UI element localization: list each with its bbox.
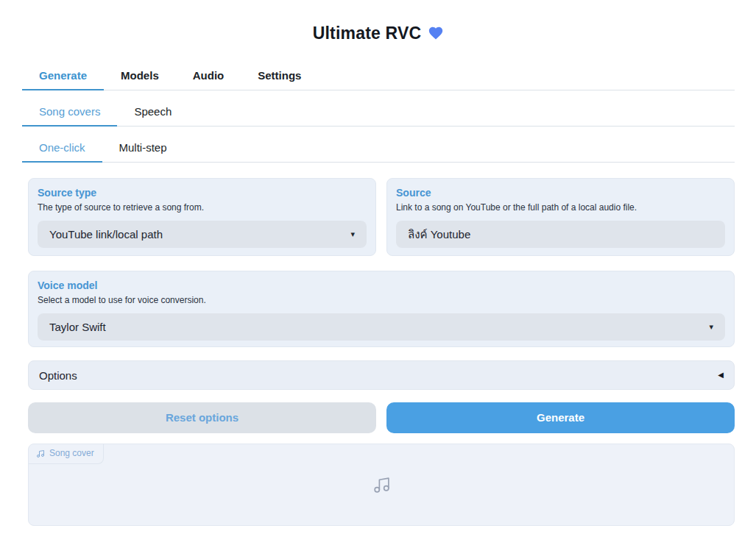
source-row: Source type The type of source to retrie… (28, 178, 735, 256)
source-label: Source (396, 186, 725, 199)
action-buttons-row: Reset options Generate (28, 402, 735, 433)
accordion-collapsed-icon: ◀ (718, 371, 724, 379)
source-type-description: The type of source to retrieve a song fr… (38, 202, 367, 213)
main-tab-bar: Generate Models Audio Settings (22, 66, 735, 90)
voice-model-description: Select a model to use for voice conversi… (38, 295, 725, 306)
tab-song-covers[interactable]: Song covers (22, 102, 117, 127)
tab-settings[interactable]: Settings (241, 66, 318, 90)
app-page: Ultimate RVC Generate Models Audio Setti… (0, 0, 756, 534)
song-covers-mode-tab-bar: One-click Multi-step (22, 138, 735, 163)
voice-model-dropdown[interactable]: Taylor Swift ▾ (38, 313, 725, 341)
voice-model-panel: Voice model Select a model to use for vo… (28, 271, 735, 347)
tab-models[interactable]: Models (104, 66, 176, 90)
options-accordion-label: Options (39, 369, 77, 382)
blue-heart-icon (428, 25, 444, 46)
source-input[interactable] (396, 221, 725, 248)
source-description: Link to a song on YouTube or the full pa… (396, 202, 725, 213)
page-title: Ultimate RVC (22, 24, 735, 46)
voice-model-label: Voice model (38, 279, 725, 292)
song-cover-output: Song cover (28, 444, 735, 526)
tab-generate[interactable]: Generate (22, 66, 104, 90)
chevron-down-icon: ▾ (709, 323, 713, 331)
tab-speech[interactable]: Speech (117, 102, 188, 127)
chevron-down-icon: ▾ (350, 230, 355, 238)
source-type-panel: Source type The type of source to retrie… (28, 178, 376, 256)
music-note-icon (36, 449, 45, 458)
song-cover-badge: Song cover (29, 444, 104, 464)
tab-audio[interactable]: Audio (176, 66, 241, 90)
options-accordion[interactable]: Options ◀ (28, 360, 735, 390)
song-cover-badge-label: Song cover (49, 448, 94, 459)
voice-model-dropdown-value: Taylor Swift (49, 321, 106, 333)
page-title-text: Ultimate RVC (313, 24, 422, 43)
source-panel: Source Link to a song on YouTube or the … (386, 178, 735, 256)
source-type-label: Source type (38, 186, 367, 199)
reset-options-button[interactable]: Reset options (28, 402, 376, 433)
tab-multi-step[interactable]: Multi-step (102, 138, 184, 163)
generate-sub-tab-bar: Song covers Speech (22, 102, 735, 127)
generate-button[interactable]: Generate (386, 402, 735, 433)
tab-one-click[interactable]: One-click (22, 138, 102, 163)
source-type-dropdown[interactable]: YouTube link/local path ▾ (38, 221, 367, 248)
source-type-dropdown-value: YouTube link/local path (49, 228, 163, 241)
one-click-content: Source type The type of source to retrie… (28, 178, 735, 526)
empty-audio-music-note-icon (372, 476, 391, 494)
